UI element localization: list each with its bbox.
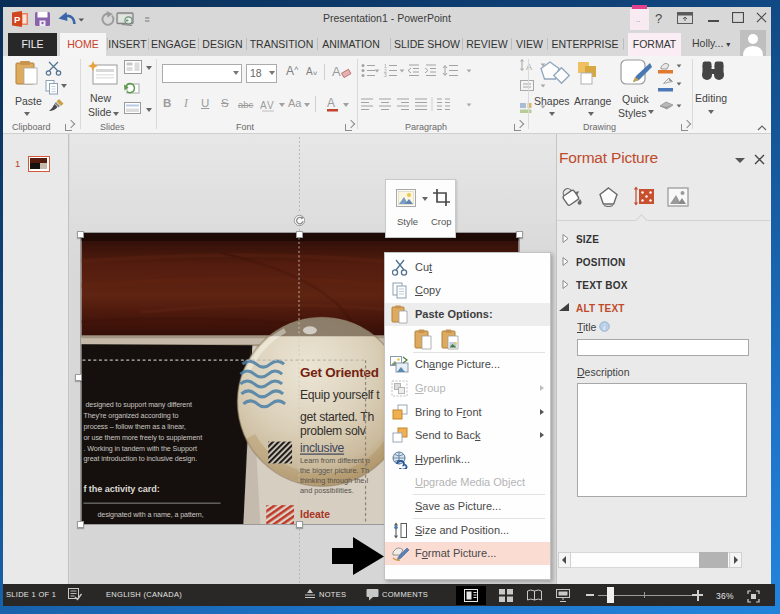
svg-text:Learn from different p: Learn from different p bbox=[300, 456, 370, 465]
svg-text:Equip yourself t: Equip yourself t bbox=[300, 388, 380, 402]
svg-text:designed to support many diffe: designed to support many different bbox=[85, 401, 192, 409]
svg-text:the bigger picture. Th: the bigger picture. Th bbox=[300, 466, 369, 475]
svg-text:A: A bbox=[260, 100, 267, 111]
svg-text:inclusive: inclusive bbox=[300, 441, 345, 455]
svg-text:and possibilities.: and possibilities. bbox=[300, 486, 354, 495]
svg-text:Ideate: Ideate bbox=[300, 509, 330, 520]
svg-text:V: V bbox=[267, 100, 274, 111]
svg-text:P: P bbox=[14, 14, 21, 25]
svg-text:3: 3 bbox=[384, 72, 387, 77]
svg-text:They're organized according to: They're organized according to bbox=[83, 412, 178, 420]
svg-text:f the activity card:: f the activity card: bbox=[83, 484, 159, 494]
svg-text:A: A bbox=[526, 62, 532, 72]
svg-text:. Working in tandem with the S: . Working in tandem with the Support bbox=[83, 445, 196, 453]
svg-text:get started. Th: get started. Th bbox=[300, 410, 374, 424]
svg-text:A: A bbox=[332, 64, 341, 79]
svg-text:Get Oriented: Get Oriented bbox=[300, 365, 379, 380]
svg-text:problem solv: problem solv bbox=[300, 424, 367, 438]
svg-text:i: i bbox=[603, 323, 605, 332]
svg-text:A: A bbox=[327, 96, 335, 110]
svg-text:thinking through the l: thinking through the l bbox=[300, 476, 368, 485]
svg-text:process – follow them as a lin: process – follow them as a linear, bbox=[83, 423, 185, 431]
svg-text:or use them more freely to sup: or use them more freely to supplement bbox=[83, 434, 202, 442]
svg-text:designated with a name, a patt: designated with a name, a pattern, bbox=[97, 511, 203, 519]
svg-text:great introduction to inclusiv: great introduction to inclusive design. bbox=[83, 455, 197, 463]
